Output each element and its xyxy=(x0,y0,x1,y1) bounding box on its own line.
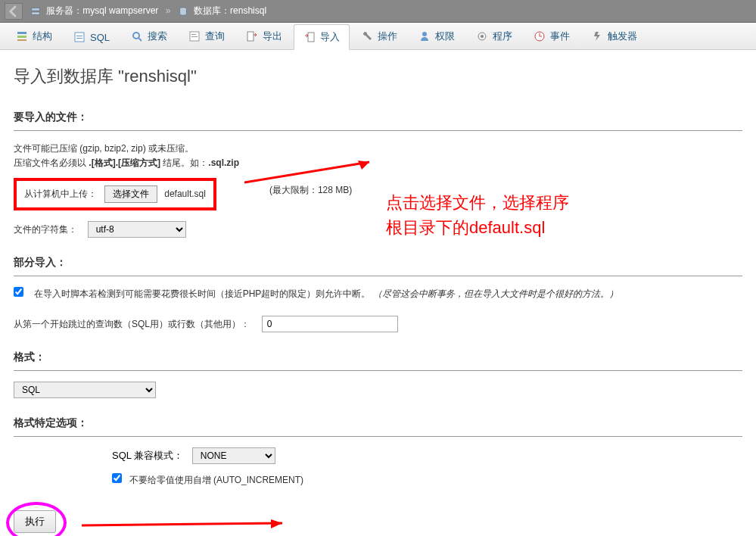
svg-rect-5 xyxy=(17,39,26,41)
annotation-text: 点击选择文件，选择程序 根目录下的default.sql xyxy=(386,190,569,240)
section-partial-title: 部分导入： xyxy=(14,256,742,270)
divider xyxy=(14,370,742,371)
svg-rect-1 xyxy=(32,12,40,15)
autoinc-checkbox[interactable] xyxy=(112,473,122,483)
annotation-arrow-2 xyxy=(82,518,294,533)
database-icon xyxy=(178,6,188,17)
breadcrumb-bar: 服务器：mysql wampserver » 数据库：renshisql xyxy=(0,0,756,23)
svg-rect-7 xyxy=(76,36,82,36)
divider xyxy=(14,436,742,437)
wrench-icon xyxy=(361,30,373,42)
tab-triggers[interactable]: 触发器 xyxy=(581,23,647,49)
upload-label: 从计算机中上传： xyxy=(24,189,97,199)
svg-rect-13 xyxy=(191,36,198,37)
tab-search[interactable]: 搜索 xyxy=(121,23,177,49)
back-button[interactable] xyxy=(5,3,23,20)
sql-icon xyxy=(73,31,86,43)
upload-row-highlight: 从计算机中上传： 选择文件 default.sql xyxy=(14,178,216,210)
charset-select[interactable]: utf-8 xyxy=(88,221,186,238)
tab-routines[interactable]: 程序 xyxy=(466,23,522,49)
breadcrumb-sep: » xyxy=(166,5,171,16)
compat-label: SQL 兼容模式： xyxy=(112,449,183,463)
svg-rect-8 xyxy=(76,38,82,39)
compress-note: 文件可能已压缩 (gzip, bzip2, zip) 或未压缩。 xyxy=(14,142,742,156)
svg-line-10 xyxy=(138,38,142,41)
tab-sql[interactable]: SQL xyxy=(64,25,120,49)
server-name[interactable]: mysql wampserver xyxy=(82,5,158,16)
section-format-title: 格式： xyxy=(14,351,742,364)
annotation-arrow-1 xyxy=(244,156,381,186)
section-file-title: 要导入的文件： xyxy=(14,111,742,124)
svg-rect-4 xyxy=(17,36,26,38)
server-label: 服务器： xyxy=(46,5,82,16)
svg-line-24 xyxy=(82,523,282,525)
format-select[interactable]: SQL xyxy=(14,382,156,398)
privileges-icon xyxy=(418,30,431,42)
tab-query[interactable]: 查询 xyxy=(179,23,235,49)
choose-file-button[interactable]: 选择文件 xyxy=(104,185,157,203)
tab-events[interactable]: 事件 xyxy=(524,23,580,49)
chosen-file: default.sql xyxy=(164,189,206,199)
tab-operations[interactable]: 操作 xyxy=(351,23,407,49)
triggers-icon xyxy=(591,30,603,42)
divider xyxy=(14,276,742,276)
interrupt-label: 在导入时脚本若检测到可能需要花费很长时间（接近PHP超时的限定）则允许中断。 xyxy=(34,288,371,299)
skip-input[interactable] xyxy=(262,316,398,332)
compat-select[interactable]: NONE xyxy=(192,447,275,464)
tab-privileges[interactable]: 权限 xyxy=(409,23,465,49)
page-title: 导入到数据库 "renshisql" xyxy=(14,65,742,88)
export-icon xyxy=(246,30,258,42)
svg-point-18 xyxy=(481,35,484,38)
skip-label: 从第一个开始跳过的查询数（SQL用）或行数（其他用）： xyxy=(14,319,250,329)
svg-rect-6 xyxy=(75,33,84,42)
interrupt-note: （尽管这会中断事务，但在导入大文件时是个很好的方法。） xyxy=(373,288,618,299)
import-icon xyxy=(303,31,316,43)
svg-line-22 xyxy=(244,162,369,182)
autoinc-label: 不要给零值使用自增 (AUTO_INCREMENT) xyxy=(129,475,303,485)
search-icon xyxy=(131,30,143,42)
execute-button[interactable]: 执行 xyxy=(14,510,56,533)
tab-export[interactable]: 导出 xyxy=(236,23,292,49)
svg-rect-14 xyxy=(247,32,254,41)
svg-rect-3 xyxy=(17,32,26,34)
tab-import[interactable]: 导入 xyxy=(294,24,350,50)
routines-icon xyxy=(476,30,488,42)
svg-rect-15 xyxy=(308,33,314,42)
events-icon xyxy=(534,30,546,42)
section-format-opts-title: 格式特定选项： xyxy=(14,416,742,430)
interrupt-checkbox[interactable] xyxy=(14,287,23,297)
structure-icon xyxy=(16,30,28,42)
tab-structure[interactable]: 结构 xyxy=(6,23,62,49)
divider xyxy=(14,130,742,131)
db-name[interactable]: renshisql xyxy=(230,5,266,16)
tab-bar: 结构 SQL 搜索 查询 导出 导入 操作 权限 程序 事件 触发器 xyxy=(0,23,756,50)
svg-marker-23 xyxy=(358,160,369,170)
breadcrumb: 服务器：mysql wampserver » 数据库：renshisql xyxy=(30,5,266,17)
svg-point-16 xyxy=(422,32,427,36)
db-label: 数据库： xyxy=(194,5,230,16)
svg-rect-0 xyxy=(32,8,40,11)
svg-rect-12 xyxy=(191,34,196,35)
server-icon xyxy=(30,6,41,17)
svg-point-9 xyxy=(133,33,139,39)
charset-label: 文件的字符集： xyxy=(14,224,77,235)
svg-marker-25 xyxy=(271,519,282,528)
query-icon xyxy=(188,30,201,42)
